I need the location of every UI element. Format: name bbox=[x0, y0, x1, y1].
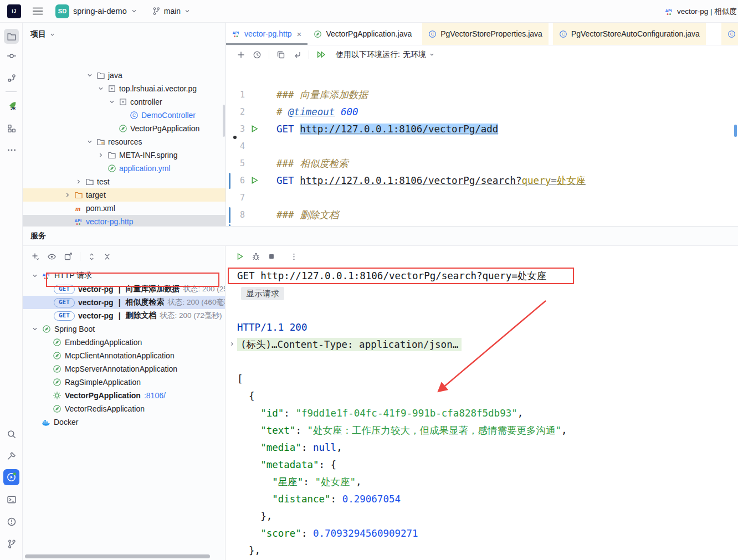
kebab-menu-icon[interactable] bbox=[290, 253, 298, 261]
environment-selector[interactable]: 使用以下环境运行: 无环境 bbox=[336, 50, 435, 60]
svg-text:m: m bbox=[75, 205, 80, 213]
open-log-icon[interactable] bbox=[293, 50, 301, 59]
expand-all-icon[interactable] bbox=[88, 253, 96, 261]
collapse-all-icon[interactable] bbox=[103, 253, 111, 261]
main-menu-icon[interactable] bbox=[32, 7, 43, 15]
project-scrollbar[interactable] bbox=[223, 105, 225, 137]
fold-chevron-icon[interactable] bbox=[229, 341, 235, 347]
editor-tab[interactable]: APIvector-pg.http× bbox=[226, 23, 308, 45]
debug-icon[interactable] bbox=[252, 252, 260, 261]
hammer-icon bbox=[7, 451, 17, 461]
editor-tab[interactable]: CPgVectorStoreAutoConfiguration.java bbox=[553, 23, 706, 45]
project-panel-title[interactable]: 项目 bbox=[23, 23, 226, 46]
springboot-app-item[interactable]: VectorPgApplication:8106/ bbox=[23, 389, 225, 402]
problems-tool-button[interactable] bbox=[4, 514, 19, 529]
class-icon: C bbox=[130, 111, 139, 120]
vcs-branch-widget[interactable]: main bbox=[152, 7, 191, 16]
chevron-down-icon bbox=[86, 138, 94, 146]
project-tree-item[interactable]: resources bbox=[23, 135, 226, 148]
project-tree-item[interactable]: mpom.xml bbox=[23, 202, 226, 215]
project-panel: 项目 javatop.lrshuai.ai.vector.pgcontrolle… bbox=[23, 23, 226, 226]
commit-tool-button[interactable] bbox=[4, 48, 19, 63]
project-tree-item[interactable]: VectorPgApplication bbox=[23, 122, 226, 135]
response-token: 0.29067054 bbox=[342, 494, 401, 505]
svg-text:C: C bbox=[562, 32, 565, 37]
springboot-app-item[interactable]: RagSimpleApplication bbox=[23, 376, 225, 389]
services-group-springboot[interactable]: Spring Boot bbox=[23, 322, 225, 336]
spring-icon bbox=[53, 338, 62, 347]
http-request-item[interactable]: GETvector-pg|向量库添加数据状态: 200 (25秒379毫秒) bbox=[23, 282, 225, 296]
run-all-requests-icon[interactable] bbox=[316, 50, 326, 59]
project-tree-item[interactable]: controller bbox=[23, 95, 226, 109]
tree-item-label: application.yml bbox=[119, 164, 171, 173]
services-group-http[interactable]: APIHTTP 请求 bbox=[23, 269, 225, 282]
code-token: query bbox=[522, 175, 551, 186]
editor-tab[interactable]: CPgVectorStoreProperties.java bbox=[422, 23, 549, 45]
terminal-tool-button[interactable] bbox=[4, 492, 19, 507]
response-token bbox=[237, 476, 272, 487]
springboot-app-item[interactable]: VectorRedisApplication bbox=[23, 402, 225, 415]
run-configuration-widget[interactable]: API vector-pg | 相似度 bbox=[665, 0, 738, 23]
response-token bbox=[237, 442, 260, 453]
response-line: "media": null, bbox=[226, 439, 738, 456]
project-tree-item[interactable]: test bbox=[23, 175, 226, 188]
request-history-icon[interactable] bbox=[253, 50, 262, 59]
services-header[interactable]: 服务 bbox=[23, 227, 738, 246]
project-tree-item[interactable]: java bbox=[23, 69, 226, 82]
show-request-chip[interactable]: 显示请求 bbox=[241, 287, 284, 300]
response-token: : bbox=[284, 408, 295, 419]
build-tool-button[interactable] bbox=[4, 448, 19, 463]
close-tab-icon[interactable]: × bbox=[297, 29, 302, 39]
app-label: McpClientAnnotationApplication bbox=[65, 351, 175, 360]
request-title: 向量库添加数据 bbox=[126, 284, 180, 294]
project-tree-item[interactable]: CDemoController bbox=[23, 109, 226, 122]
structure-tool-button[interactable] bbox=[4, 121, 19, 136]
add-request-icon[interactable] bbox=[237, 50, 245, 59]
rerun-request-icon[interactable] bbox=[235, 252, 244, 261]
project-tree-item[interactable]: target bbox=[23, 188, 226, 202]
jrebel-tool-button[interactable]: JR bbox=[4, 98, 19, 113]
springboot-app-item[interactable]: McpClientAnnotationApplication bbox=[23, 349, 225, 362]
project-badge: SD bbox=[55, 4, 69, 18]
more-tool-windows-button[interactable] bbox=[4, 142, 19, 157]
view-options-icon[interactable] bbox=[47, 252, 57, 261]
app-label: McpServerAnnotationApplication bbox=[65, 364, 177, 373]
tree-item-label: test bbox=[97, 177, 110, 186]
response-token: "score" bbox=[260, 528, 301, 539]
search-everywhere-button[interactable] bbox=[4, 427, 19, 441]
editor-tab[interactable]: CCom bbox=[721, 23, 738, 45]
project-tool-button[interactable] bbox=[4, 29, 19, 44]
git-tool-button[interactable] bbox=[4, 536, 19, 551]
docker-label: Docker bbox=[54, 418, 78, 427]
springboot-app-item[interactable]: EmbeddingApplication bbox=[23, 336, 225, 349]
app-port-link[interactable]: :8106/ bbox=[144, 391, 166, 400]
stop-icon[interactable] bbox=[268, 253, 275, 260]
run-request-icon[interactable] bbox=[250, 125, 259, 133]
project-tree-item[interactable]: APIvector-pg.http bbox=[23, 215, 226, 226]
tab-label: PgVectorStoreAutoConfiguration.java bbox=[571, 29, 700, 38]
copy-icon[interactable] bbox=[276, 50, 285, 59]
vcs-graph-tool-button[interactable] bbox=[4, 70, 19, 85]
docker-item[interactable]: Docker bbox=[23, 415, 225, 429]
svg-text:C: C bbox=[730, 32, 733, 37]
structure-icon bbox=[7, 124, 17, 133]
project-tree-item[interactable]: application.yml bbox=[23, 162, 226, 175]
http-file-editor[interactable]: 1### 向量库添加数据2# @timeout 6003GET http://1… bbox=[226, 86, 738, 226]
editor-tab[interactable]: VectorPgApplication.java bbox=[308, 23, 418, 45]
run-request-icon[interactable] bbox=[250, 176, 259, 184]
open-in-new-tab-icon[interactable] bbox=[64, 252, 73, 261]
http-request-item[interactable]: GETvector-pg|相似度检索状态: 200 (460毫秒) bbox=[23, 296, 225, 309]
add-service-icon[interactable] bbox=[31, 252, 40, 261]
springboot-app-item[interactable]: McpServerAnnotationApplication bbox=[23, 362, 225, 376]
services-hscrollbar[interactable] bbox=[25, 554, 210, 558]
chevron-down-icon bbox=[184, 8, 191, 14]
http-request-item[interactable]: GETvector-pg|删除文档状态: 200 (72毫秒) bbox=[23, 309, 225, 322]
response-console[interactable]: GET http://127.0.0.1:8106/vectorPg/searc… bbox=[226, 268, 738, 560]
project-selector[interactable]: SD spring-ai-demo bbox=[55, 4, 137, 18]
editor-tab-bar: APIvector-pg.http×VectorPgApplication.ja… bbox=[226, 23, 738, 45]
project-tree-item[interactable]: top.lrshuai.ai.vector.pg bbox=[23, 82, 226, 95]
services-tool-button[interactable] bbox=[3, 469, 19, 485]
spring-icon bbox=[53, 351, 62, 360]
project-tree-item[interactable]: META-INF.spring bbox=[23, 148, 226, 162]
environment-value: 无环境 bbox=[403, 50, 426, 60]
